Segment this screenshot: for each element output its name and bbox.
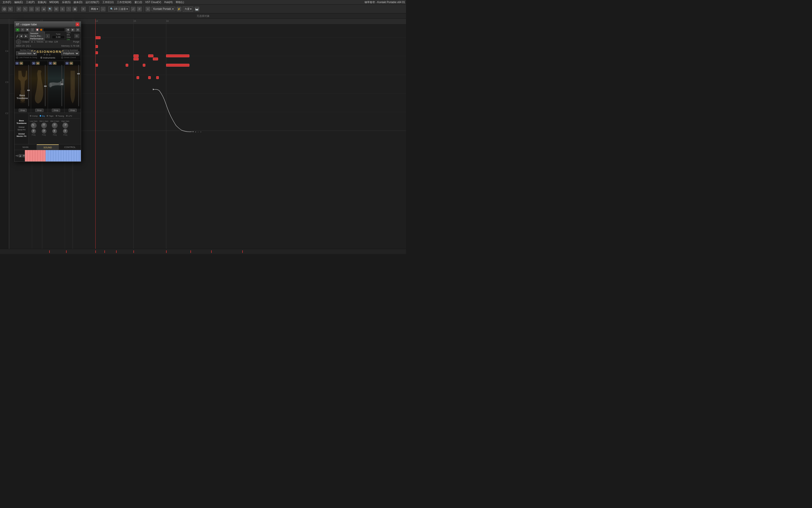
kb-pink-4[interactable] xyxy=(33,150,35,162)
menu-workspace-u[interactable]: 工作区(U) xyxy=(101,1,115,4)
tab-main[interactable]: MAIN xyxy=(14,144,37,150)
inst-4-fader-thumb[interactable] xyxy=(77,73,80,74)
kb-blue-8[interactable] xyxy=(64,150,66,162)
automation-btn[interactable]: ⚡ xyxy=(176,6,182,12)
link-preset[interactable]: Link Preset to Song xyxy=(16,56,37,58)
kb-blue-2[interactable] xyxy=(48,150,51,162)
pencil-btn[interactable]: ✏ xyxy=(16,6,21,12)
menu-audio[interactable]: 音频(A) xyxy=(36,1,48,4)
fx-lp2-toggle[interactable]: LP2 xyxy=(66,115,72,117)
menu-score[interactable]: 乐谱(S) xyxy=(60,1,72,4)
plugin-arrow-left[interactable]: ◀ xyxy=(66,28,70,32)
kb-pink-3[interactable] xyxy=(30,150,33,162)
grid-lock-btn[interactable]: ↔ xyxy=(100,6,106,12)
menu-file[interactable]: 文件(F) xyxy=(1,1,13,4)
plugin-clock-btn[interactable]: ⏰ xyxy=(35,28,39,32)
menu-help[interactable]: 帮助(L) xyxy=(174,1,185,4)
kb-blue-12[interactable] xyxy=(74,150,77,162)
loop-btn[interactable]: ↻ xyxy=(8,6,13,12)
kb-up-btn[interactable]: ▲ xyxy=(19,154,22,157)
score-btn[interactable]: ≡ xyxy=(145,6,150,12)
eraser-btn[interactable]: ◻ xyxy=(29,6,34,12)
inst-3-fader-thumb[interactable] xyxy=(61,83,63,85)
menu-edit[interactable]: 编辑(E) xyxy=(13,1,25,4)
kb-blue-1[interactable] xyxy=(46,150,48,162)
purge-btn[interactable]: Purge xyxy=(73,40,79,43)
menu-hub[interactable]: Hub(H) xyxy=(163,1,174,4)
inst-1-solo-btn[interactable]: S xyxy=(15,62,19,65)
inst-1-mute-btn[interactable]: M xyxy=(19,62,23,65)
kb-blue-7[interactable] xyxy=(61,150,64,162)
plugin-power-btn[interactable]: ● xyxy=(15,28,20,32)
inst-2-fader-thumb[interactable] xyxy=(44,86,47,87)
inst-4-mute-btn[interactable]: M xyxy=(70,62,73,65)
eq-high-gain-knob[interactable] xyxy=(61,122,69,129)
inst-3-fader[interactable] xyxy=(61,65,63,106)
kontakt-dropdown[interactable]: Kontakt Portabl. ▾ xyxy=(151,7,175,11)
inst-1-fader[interactable] xyxy=(28,65,30,106)
inst-3-mute-btn[interactable]: M xyxy=(53,62,56,65)
mute-btn[interactable]: M xyxy=(54,6,59,12)
kb-blue-14[interactable] xyxy=(79,150,81,162)
inst-3-solo-btn[interactable]: S xyxy=(49,62,52,65)
sh-keyboard[interactable]: +0 ▲ ▼ xyxy=(14,150,81,162)
kb-blue-3[interactable] xyxy=(51,150,53,162)
kb-blue-6[interactable] xyxy=(58,150,61,162)
kb-blue-4[interactable] xyxy=(53,150,56,162)
plugin-record-btn[interactable]: ⏺ xyxy=(26,28,30,32)
fx-comp-toggle[interactable]: Comp xyxy=(30,115,38,117)
inst-4-drop-btn[interactable]: Drop xyxy=(69,109,77,112)
menu-media[interactable]: 媒体(D) xyxy=(72,1,84,4)
eq-mid2-freq-knob[interactable] xyxy=(52,129,57,134)
eq-high-freq-knob[interactable] xyxy=(63,129,68,134)
inst-3-drop-btn[interactable]: Drop xyxy=(52,109,60,112)
menu-vst-cloud[interactable]: VST Cloud(V) xyxy=(143,1,163,4)
inst-1-fader-thumb[interactable] xyxy=(27,90,30,91)
cursor-btn[interactable]: ↖ xyxy=(22,6,28,12)
kb-blue-5[interactable] xyxy=(56,150,58,162)
menu-midi[interactable]: MIDI(M) xyxy=(48,1,60,4)
ch-bass-trom[interactable]: BassTrombone xyxy=(16,120,27,124)
kb-pink-2[interactable] xyxy=(28,150,30,162)
eq-low-gain-knob[interactable] xyxy=(30,122,38,130)
menu-window[interactable]: 窗口(I) xyxy=(133,1,143,4)
zoom-btn[interactable]: 🔍 xyxy=(47,6,53,12)
plugin-close-btn[interactable]: × xyxy=(76,23,79,26)
eq-mid1-gain-knob[interactable] xyxy=(41,123,47,128)
eq-mid2-gain-knob[interactable] xyxy=(52,122,58,129)
metronome-btn[interactable]: ♩/ xyxy=(131,6,136,12)
kb-pink-1[interactable] xyxy=(25,150,28,162)
kb-pink-6[interactable] xyxy=(38,150,40,162)
k-next-btn[interactable]: ▶ xyxy=(24,34,28,38)
plugin-midi-btn[interactable]: ♩ xyxy=(30,28,35,32)
kb-pink-8[interactable] xyxy=(43,150,46,162)
ch-global-master[interactable]: GlobalMaster FX xyxy=(16,133,27,138)
eq-low-freq-knob[interactable] xyxy=(31,129,36,134)
plugin-expand-btn[interactable]: ⊞ xyxy=(76,28,80,32)
kb-blue-11[interactable] xyxy=(72,150,74,162)
plugin-arrow-right[interactable]: ▶ xyxy=(71,28,75,32)
kb-blue-9[interactable] xyxy=(66,150,69,162)
eq-mid1-freq-knob[interactable] xyxy=(41,128,47,134)
k-prev-btn[interactable]: ◀ xyxy=(19,34,23,38)
tune-value[interactable]: 0.00 xyxy=(52,35,65,39)
fx-eq-toggle[interactable]: Eq xyxy=(40,115,45,117)
k-expand-btn[interactable]: ⊡ xyxy=(74,34,79,38)
x-btn[interactable]: ✕ xyxy=(81,6,86,12)
piano-btn[interactable]: 🎹 xyxy=(194,6,199,12)
tab-sound[interactable]: SOUND xyxy=(37,144,59,150)
cut-btn[interactable]: ✂ xyxy=(35,6,40,12)
inst-2-mute-btn[interactable]: M xyxy=(36,62,40,65)
fx-tape-toggle[interactable]: Tape xyxy=(47,115,53,117)
plugin-file-btn[interactable]: ≡ xyxy=(20,28,25,32)
kb-blue-10[interactable] xyxy=(69,150,72,162)
menu-remote[interactable]: 运行控制(T) xyxy=(84,1,101,4)
fx-twang-toggle[interactable]: Twang xyxy=(56,115,64,117)
mode-dropdown[interactable]: 力度 ▾ xyxy=(183,6,193,12)
menu-workspace-w[interactable]: 工作空间(W) xyxy=(115,1,133,4)
voicing-select[interactable]: Polyphonic xyxy=(61,51,79,55)
power-btn[interactable]: ⏻ xyxy=(2,6,7,12)
grid-dropdown[interactable]: 网格 ▾ xyxy=(89,6,100,12)
smart-chord[interactable]: Smart Chord xyxy=(61,56,79,58)
inst-2-drop-btn[interactable]: Drop xyxy=(35,109,43,112)
